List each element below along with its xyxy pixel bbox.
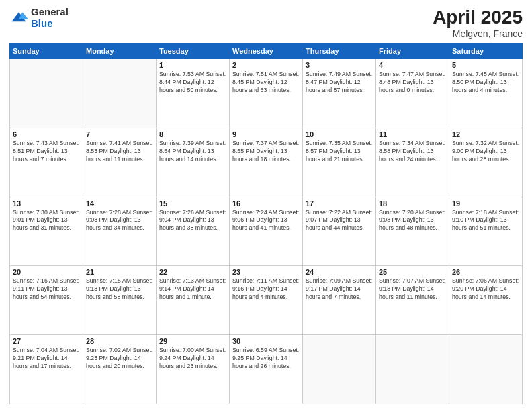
day-number: 14 bbox=[86, 199, 153, 208]
table-row: 25Sunrise: 7:07 AM Sunset: 9:18 PM Dayli… bbox=[376, 266, 449, 335]
day-detail: Sunrise: 7:37 AM Sunset: 8:55 PM Dayligh… bbox=[232, 140, 300, 164]
table-row bbox=[303, 335, 376, 404]
table-row: 9Sunrise: 7:37 AM Sunset: 8:55 PM Daylig… bbox=[230, 128, 303, 197]
logo-general-text: General bbox=[31, 7, 69, 18]
day-number: 21 bbox=[86, 268, 153, 276]
logo-blue-text: Blue bbox=[31, 18, 69, 30]
day-detail: Sunrise: 7:28 AM Sunset: 9:03 PM Dayligh… bbox=[86, 209, 153, 233]
day-number: 11 bbox=[379, 130, 446, 138]
table-row: 6Sunrise: 7:43 AM Sunset: 8:51 PM Daylig… bbox=[10, 128, 83, 197]
table-row: 5Sunrise: 7:45 AM Sunset: 8:50 PM Daylig… bbox=[449, 59, 523, 128]
logo-text: General Blue bbox=[31, 7, 69, 29]
day-detail: Sunrise: 7:11 AM Sunset: 9:16 PM Dayligh… bbox=[232, 277, 300, 302]
table-row: 27Sunrise: 7:04 AM Sunset: 9:21 PM Dayli… bbox=[10, 335, 83, 404]
table-row bbox=[449, 335, 523, 404]
table-row bbox=[376, 335, 449, 404]
day-detail: Sunrise: 7:30 AM Sunset: 9:01 PM Dayligh… bbox=[13, 209, 80, 233]
calendar-header-row: SundayMondayTuesdayWednesdayThursdayFrid… bbox=[10, 44, 523, 59]
subtitle: Melgven, France bbox=[433, 28, 523, 39]
calendar-week-row: 1Sunrise: 7:53 AM Sunset: 8:44 PM Daylig… bbox=[10, 59, 523, 128]
table-row bbox=[83, 59, 157, 128]
day-number: 4 bbox=[379, 61, 446, 69]
table-row: 26Sunrise: 7:06 AM Sunset: 9:20 PM Dayli… bbox=[449, 266, 523, 335]
table-row: 10Sunrise: 7:35 AM Sunset: 8:57 PM Dayli… bbox=[303, 128, 376, 197]
day-detail: Sunrise: 7:00 AM Sunset: 9:24 PM Dayligh… bbox=[159, 347, 226, 371]
day-number: 27 bbox=[13, 337, 80, 345]
table-row bbox=[10, 59, 83, 128]
table-row: 30Sunrise: 6:59 AM Sunset: 9:25 PM Dayli… bbox=[230, 335, 303, 404]
day-number: 24 bbox=[306, 268, 373, 276]
day-detail: Sunrise: 7:22 AM Sunset: 9:07 PM Dayligh… bbox=[306, 209, 373, 233]
calendar-day-header: Thursday bbox=[303, 44, 376, 59]
table-row: 11Sunrise: 7:34 AM Sunset: 8:58 PM Dayli… bbox=[376, 128, 449, 197]
table-row: 3Sunrise: 7:49 AM Sunset: 8:47 PM Daylig… bbox=[303, 59, 376, 128]
day-detail: Sunrise: 7:15 AM Sunset: 9:13 PM Dayligh… bbox=[86, 277, 153, 302]
day-number: 1 bbox=[159, 61, 226, 69]
calendar-table: SundayMondayTuesdayWednesdayThursdayFrid… bbox=[9, 43, 523, 404]
day-number: 30 bbox=[232, 337, 300, 345]
table-row: 13Sunrise: 7:30 AM Sunset: 9:01 PM Dayli… bbox=[10, 197, 83, 266]
table-row: 8Sunrise: 7:39 AM Sunset: 8:54 PM Daylig… bbox=[157, 128, 230, 197]
table-row: 18Sunrise: 7:20 AM Sunset: 9:08 PM Dayli… bbox=[376, 197, 449, 266]
day-number: 2 bbox=[232, 61, 300, 69]
day-detail: Sunrise: 7:02 AM Sunset: 9:23 PM Dayligh… bbox=[86, 347, 153, 371]
day-number: 29 bbox=[159, 337, 226, 345]
day-detail: Sunrise: 6:59 AM Sunset: 9:25 PM Dayligh… bbox=[232, 347, 300, 371]
day-number: 6 bbox=[13, 130, 80, 138]
day-detail: Sunrise: 7:34 AM Sunset: 8:58 PM Dayligh… bbox=[379, 140, 446, 164]
day-number: 7 bbox=[86, 130, 153, 138]
day-number: 25 bbox=[379, 268, 446, 276]
table-row: 17Sunrise: 7:22 AM Sunset: 9:07 PM Dayli… bbox=[303, 197, 376, 266]
header: General Blue April 2025 Melgven, France bbox=[9, 7, 523, 39]
day-detail: Sunrise: 7:24 AM Sunset: 9:06 PM Dayligh… bbox=[232, 209, 300, 233]
day-number: 3 bbox=[306, 61, 373, 69]
calendar-week-row: 27Sunrise: 7:04 AM Sunset: 9:21 PM Dayli… bbox=[10, 335, 523, 404]
calendar-day-header: Tuesday bbox=[157, 44, 230, 59]
table-row: 29Sunrise: 7:00 AM Sunset: 9:24 PM Dayli… bbox=[157, 335, 230, 404]
day-number: 9 bbox=[232, 130, 300, 138]
day-number: 18 bbox=[379, 199, 446, 208]
day-number: 15 bbox=[159, 199, 226, 208]
calendar-week-row: 6Sunrise: 7:43 AM Sunset: 8:51 PM Daylig… bbox=[10, 128, 523, 197]
day-detail: Sunrise: 7:35 AM Sunset: 8:57 PM Dayligh… bbox=[306, 140, 373, 164]
day-number: 20 bbox=[13, 268, 80, 276]
day-number: 28 bbox=[86, 337, 153, 345]
day-detail: Sunrise: 7:07 AM Sunset: 9:18 PM Dayligh… bbox=[379, 277, 446, 302]
day-detail: Sunrise: 7:45 AM Sunset: 8:50 PM Dayligh… bbox=[452, 71, 519, 95]
day-detail: Sunrise: 7:18 AM Sunset: 9:10 PM Dayligh… bbox=[452, 209, 519, 233]
day-detail: Sunrise: 7:16 AM Sunset: 9:11 PM Dayligh… bbox=[13, 277, 80, 302]
table-row: 4Sunrise: 7:47 AM Sunset: 8:48 PM Daylig… bbox=[376, 59, 449, 128]
title-block: April 2025 Melgven, France bbox=[433, 7, 523, 39]
day-detail: Sunrise: 7:26 AM Sunset: 9:04 PM Dayligh… bbox=[159, 209, 226, 233]
day-detail: Sunrise: 7:43 AM Sunset: 8:51 PM Dayligh… bbox=[13, 140, 80, 164]
calendar-week-row: 13Sunrise: 7:30 AM Sunset: 9:01 PM Dayli… bbox=[10, 197, 523, 266]
table-row: 23Sunrise: 7:11 AM Sunset: 9:16 PM Dayli… bbox=[230, 266, 303, 335]
table-row: 1Sunrise: 7:53 AM Sunset: 8:44 PM Daylig… bbox=[157, 59, 230, 128]
main-title: April 2025 bbox=[433, 7, 523, 28]
day-detail: Sunrise: 7:53 AM Sunset: 8:44 PM Dayligh… bbox=[159, 71, 226, 95]
day-detail: Sunrise: 7:47 AM Sunset: 8:48 PM Dayligh… bbox=[379, 71, 446, 95]
day-detail: Sunrise: 7:20 AM Sunset: 9:08 PM Dayligh… bbox=[379, 209, 446, 233]
table-row: 21Sunrise: 7:15 AM Sunset: 9:13 PM Dayli… bbox=[83, 266, 157, 335]
calendar-day-header: Wednesday bbox=[230, 44, 303, 59]
day-number: 17 bbox=[306, 199, 373, 208]
day-number: 13 bbox=[13, 199, 80, 208]
day-number: 16 bbox=[232, 199, 300, 208]
table-row: 15Sunrise: 7:26 AM Sunset: 9:04 PM Dayli… bbox=[157, 197, 230, 266]
day-detail: Sunrise: 7:39 AM Sunset: 8:54 PM Dayligh… bbox=[159, 140, 226, 164]
table-row: 20Sunrise: 7:16 AM Sunset: 9:11 PM Dayli… bbox=[10, 266, 83, 335]
day-number: 8 bbox=[159, 130, 226, 138]
day-number: 22 bbox=[159, 268, 226, 276]
table-row: 14Sunrise: 7:28 AM Sunset: 9:03 PM Dayli… bbox=[83, 197, 157, 266]
day-detail: Sunrise: 7:09 AM Sunset: 9:17 PM Dayligh… bbox=[306, 277, 373, 302]
table-row: 12Sunrise: 7:32 AM Sunset: 9:00 PM Dayli… bbox=[449, 128, 523, 197]
calendar-day-header: Friday bbox=[376, 44, 449, 59]
calendar-day-header: Sunday bbox=[10, 44, 83, 59]
day-detail: Sunrise: 7:04 AM Sunset: 9:21 PM Dayligh… bbox=[13, 347, 80, 371]
calendar-day-header: Saturday bbox=[449, 44, 523, 59]
table-row: 28Sunrise: 7:02 AM Sunset: 9:23 PM Dayli… bbox=[83, 335, 157, 404]
day-number: 12 bbox=[452, 130, 519, 138]
logo-icon bbox=[9, 9, 28, 28]
day-detail: Sunrise: 7:32 AM Sunset: 9:00 PM Dayligh… bbox=[452, 140, 519, 164]
table-row: 22Sunrise: 7:13 AM Sunset: 9:14 PM Dayli… bbox=[157, 266, 230, 335]
